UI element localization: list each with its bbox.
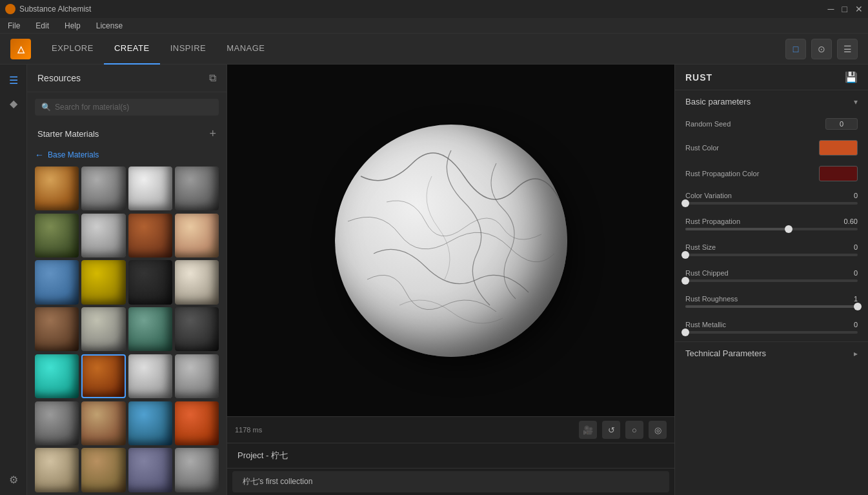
material-sphere-17 [35, 354, 79, 398]
material-item[interactable] [128, 214, 172, 258]
rotate-icon-btn[interactable]: ↺ [602, 421, 620, 439]
color-variation-slider-thumb[interactable] [681, 199, 689, 207]
material-item[interactable] [35, 260, 79, 304]
rust-chipped-value: 0 [854, 269, 858, 277]
material-sphere-13 [35, 307, 79, 351]
material-item[interactable] [81, 354, 125, 398]
color-variation-label: Color Variation [685, 192, 732, 199]
color-variation-slider-track[interactable] [685, 202, 858, 205]
material-item[interactable] [175, 307, 219, 351]
rust-color-param: Rust Color [675, 135, 868, 161]
rust-propagation-row: Rust Propagation 0.60 [685, 217, 858, 225]
rust-metallic-slider-thumb[interactable] [681, 328, 689, 336]
material-item[interactable] [35, 354, 79, 398]
technical-params-section[interactable]: Technical Parameters ▸ [675, 341, 868, 365]
app-title: Substance Alchemist [19, 5, 91, 14]
rust-propagation-color-swatch[interactable] [819, 166, 858, 181]
back-row[interactable]: ← Base Materials [27, 146, 227, 164]
menu-edit[interactable]: Edit [33, 21, 52, 30]
material-sphere-16 [175, 307, 219, 351]
material-item[interactable] [128, 307, 172, 351]
rust-chipped-slider-thumb[interactable] [681, 277, 689, 285]
material-item[interactable] [128, 401, 172, 445]
material-sphere-27 [128, 448, 172, 492]
search-icon: 🔍 [41, 103, 51, 112]
rail-settings-icon[interactable]: ⚙ [3, 469, 24, 490]
sidebar-expand-icon[interactable]: ⧉ [209, 72, 216, 84]
rust-roughness-slider-thumb[interactable] [854, 303, 862, 310]
random-seed-param: Random Seed [675, 113, 868, 135]
rust-propagation-slider-thumb[interactable] [785, 225, 792, 233]
rust-roughness-slider-fill [685, 305, 858, 308]
rust-chipped-slider-track[interactable] [685, 279, 858, 282]
grid-icon-btn[interactable]: ☰ [837, 39, 858, 59]
maximize-button[interactable]: □ [842, 5, 847, 14]
material-item[interactable] [128, 260, 172, 304]
close-button[interactable]: ✕ [855, 5, 863, 14]
basic-params-title: Basic parameters [685, 97, 751, 106]
menu-license[interactable]: License [94, 21, 125, 30]
titlebar: Substance Alchemist ─ □ ✕ [0, 0, 868, 18]
material-item[interactable] [35, 448, 79, 492]
material-item[interactable] [35, 167, 79, 210]
material-item[interactable] [81, 260, 125, 304]
rust-propagation-color-param: Rust Propagation Color [675, 161, 868, 187]
material-item[interactable] [81, 401, 125, 445]
rust-roughness-slider-track[interactable] [685, 305, 858, 308]
material-item[interactable] [35, 401, 79, 445]
rust-roughness-label: Rust Roughness [685, 295, 738, 303]
material-item[interactable] [175, 214, 219, 258]
material-item[interactable] [175, 260, 219, 304]
nav-manage[interactable]: MANAGE [216, 34, 275, 65]
material-item[interactable] [35, 214, 79, 258]
rust-propagation-label: Rust Propagation [685, 217, 740, 225]
material-sphere-18 [83, 356, 124, 397]
navbar-icons: □ ⊙ ☰ [785, 39, 858, 59]
rust-size-slider-thumb[interactable] [681, 251, 689, 259]
basic-params-section-header[interactable]: Basic parameters ▾ [675, 90, 868, 113]
project-collection[interactable]: 柠七's first collection [232, 471, 669, 492]
material-sphere-2 [81, 167, 125, 210]
nav-create[interactable]: CREATE [104, 34, 160, 65]
cube-icon-btn[interactable]: □ [785, 39, 806, 59]
project-collection-name: 柠七's first collection [243, 477, 312, 486]
rust-propagation-slider-track[interactable] [685, 228, 858, 230]
material-sphere-8 [175, 214, 219, 258]
material-sphere-11 [128, 260, 172, 304]
random-seed-input[interactable] [825, 118, 858, 130]
globe-icon-btn[interactable]: ○ [625, 421, 643, 439]
material-item[interactable] [128, 354, 172, 398]
material-item[interactable] [175, 167, 219, 210]
material-item[interactable] [81, 214, 125, 258]
rust-chipped-param: Rust Chipped 0 [675, 264, 868, 290]
material-item[interactable] [81, 307, 125, 351]
image-icon-btn[interactable]: ⊙ [811, 39, 832, 59]
material-item[interactable] [175, 448, 219, 492]
material-item[interactable] [175, 354, 219, 398]
viewport-time: 1178 ms [235, 426, 262, 434]
save-icon-btn[interactable]: 💾 [845, 71, 858, 83]
search-input[interactable] [55, 103, 212, 112]
menu-help[interactable]: Help [62, 21, 83, 30]
material-item[interactable] [128, 448, 172, 492]
circle-icon-btn[interactable]: ◎ [649, 421, 667, 439]
rust-metallic-slider-track[interactable] [685, 331, 858, 334]
rust-size-value: 0 [854, 243, 858, 251]
material-item[interactable] [128, 167, 172, 210]
material-item[interactable] [81, 167, 125, 210]
add-icon[interactable]: + [209, 127, 216, 141]
material-item[interactable] [175, 401, 219, 445]
camera-icon-btn[interactable]: 🎥 [579, 421, 597, 439]
rust-color-swatch[interactable] [819, 140, 858, 156]
minimize-button[interactable]: ─ [828, 5, 834, 14]
rail-layers-icon[interactable]: ☰ [3, 70, 24, 90]
material-item[interactable] [81, 448, 125, 492]
material-item[interactable] [35, 307, 79, 351]
nav-inspire[interactable]: INSPIRE [160, 34, 217, 65]
rust-size-slider-track[interactable] [685, 254, 858, 256]
sphere-container [335, 125, 567, 357]
rail-shapes-icon[interactable]: ◆ [3, 93, 24, 114]
menu-file[interactable]: File [5, 21, 23, 30]
nav-explore[interactable]: EXPLORE [41, 34, 104, 65]
material-sphere-9 [35, 260, 79, 304]
